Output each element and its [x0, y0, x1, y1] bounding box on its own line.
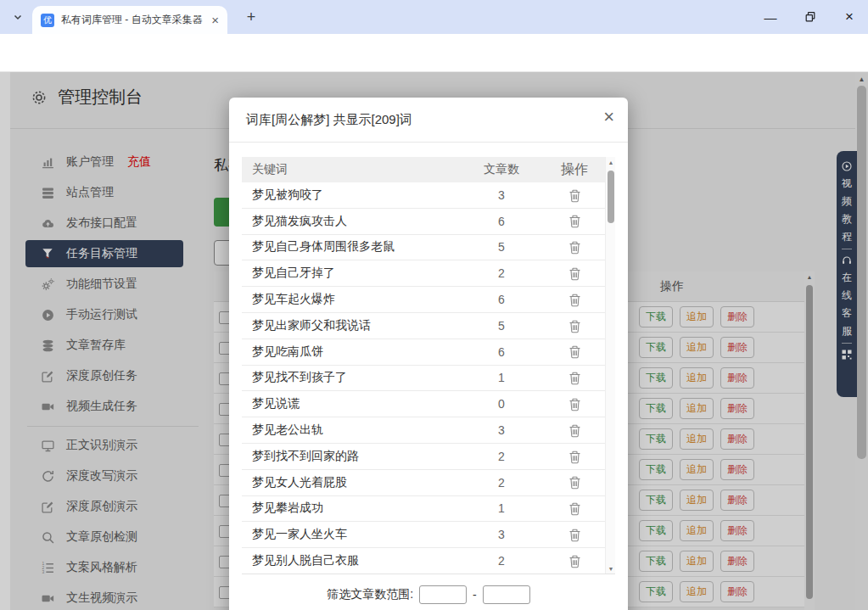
trash-icon[interactable] — [568, 398, 581, 411]
new-tab-button[interactable]: + — [241, 7, 261, 27]
keyword-cell: 梦见女人光着屁股 — [242, 475, 459, 490]
keyword-cell: 梦见吃南瓜饼 — [242, 344, 459, 360]
filter-min-input[interactable] — [419, 585, 467, 604]
keyword-cell: 梦见一家人坐火车 — [242, 527, 459, 542]
column-operation: 操作 — [544, 161, 605, 179]
keyword-cell: 梦见车起火爆炸 — [242, 292, 459, 307]
keyword-row: 梦到找不到回家的路 2 — [242, 444, 605, 470]
trash-icon[interactable] — [568, 451, 581, 464]
trash-icon[interactable] — [568, 345, 581, 359]
trash-icon[interactable] — [568, 320, 581, 333]
trash-icon[interactable] — [568, 241, 581, 255]
window-close-button[interactable]: × — [830, 0, 868, 34]
web-page: 管理控制台 账户管理 充值 站点管理 发布接口配置 任务目标管理 功能细节设置 … — [0, 72, 868, 610]
keyword-cell: 梦到找不到回家的路 — [242, 449, 459, 464]
count-cell: 6 — [459, 345, 544, 359]
table-header-row: 关键词 文章数 操作 — [242, 157, 605, 182]
modal-title: 词库[周公解梦] 共显示[209]词 — [246, 112, 412, 128]
tab-search-chevron-icon[interactable] — [8, 8, 27, 26]
keyword-row: 梦见猫发疯攻击人 6 — [242, 209, 605, 235]
count-cell: 1 — [459, 371, 544, 384]
count-cell: 0 — [459, 397, 544, 411]
count-cell: 2 — [459, 476, 544, 490]
trash-icon[interactable] — [568, 215, 581, 228]
trash-icon[interactable] — [568, 267, 581, 281]
browser-tab-strip: 优 私有词库管理 - 自动文章采集器 × + — × — [0, 0, 868, 34]
count-cell: 3 — [459, 188, 544, 202]
count-cell: 2 — [459, 450, 544, 463]
trash-icon[interactable] — [568, 294, 581, 307]
keyword-cell: 梦见找不到孩子了 — [242, 370, 459, 385]
tab-title: 私有词库管理 - 自动文章采集器 — [61, 13, 204, 27]
filter-max-input[interactable] — [483, 585, 530, 604]
scroll-down-icon[interactable]: ▼ — [606, 566, 615, 572]
keyword-row: 梦见攀岩成功 1 — [242, 496, 605, 523]
keyword-row: 梦见出家师父和我说话 5 — [242, 313, 605, 339]
keyword-cell: 梦见自己牙掉了 — [242, 266, 459, 281]
count-cell: 2 — [459, 266, 544, 280]
column-count: 文章数 — [459, 162, 544, 177]
keyword-table: 关键词 文章数 操作 梦见被狗咬了 3 梦见猫发疯攻击人 6 梦见自己身体周围很… — [242, 157, 615, 574]
dict-words-modal: 词库[周公解梦] 共显示[209]词 × 关键词 文章数 操作 梦见被狗咬了 3… — [229, 98, 628, 610]
count-cell: 5 — [459, 240, 544, 254]
count-cell: 2 — [459, 554, 544, 568]
keyword-row: 梦见女人光着屁股 2 — [242, 470, 605, 496]
browser-toolbar: ← → ucaiyun.com/caiji/private_dict/?doma… — [0, 34, 868, 72]
count-cell: 5 — [459, 319, 544, 333]
scroll-up-icon[interactable]: ▲ — [606, 159, 615, 165]
count-cell: 3 — [459, 423, 544, 437]
keyword-cell: 梦见攀岩成功 — [242, 501, 459, 516]
keyword-row: 梦见自己牙掉了 2 — [242, 260, 605, 287]
site-favicon: 优 — [41, 14, 54, 27]
trash-icon[interactable] — [568, 476, 581, 490]
trash-icon[interactable] — [568, 372, 581, 385]
count-cell: 1 — [459, 501, 544, 515]
trash-icon[interactable] — [568, 502, 581, 516]
keyword-row: 梦见一家人坐火车 3 — [242, 522, 605, 548]
count-cell: 6 — [459, 293, 544, 306]
modal-scrollbar[interactable]: ▲ ▼ — [605, 157, 615, 574]
keyword-row: 梦见车起火爆炸 6 — [242, 287, 605, 313]
keyword-row: 梦见吃南瓜饼 6 — [242, 339, 605, 366]
keyword-cell: 梦见出家师父和我说话 — [242, 318, 459, 333]
window-restore-button[interactable] — [791, 0, 830, 34]
window-minimize-button[interactable]: — — [751, 0, 790, 34]
keyword-cell: 梦见说谎 — [242, 396, 459, 411]
keyword-row: 梦见说谎 0 — [242, 391, 605, 417]
trash-icon[interactable] — [568, 529, 581, 542]
keyword-cell: 梦见老公出轨 — [242, 423, 459, 438]
browser-tab[interactable]: 优 私有词库管理 - 自动文章采集器 × — [32, 6, 227, 34]
keyword-row: 梦见自己身体周围很多老鼠 5 — [242, 235, 605, 261]
filter-row: 筛选文章数范围: - — [229, 585, 628, 604]
keyword-cell: 梦见别人脱自己衣服 — [242, 553, 459, 568]
keyword-row: 梦见别人脱自己衣服 2 — [242, 548, 605, 574]
keyword-cell: 梦见被狗咬了 — [242, 187, 459, 203]
table-body: 梦见被狗咬了 3 梦见猫发疯攻击人 6 梦见自己身体周围很多老鼠 5 梦见自己牙… — [242, 182, 615, 574]
modal-header: 词库[周公解梦] 共显示[209]词 — [229, 98, 628, 143]
keyword-row: 梦见被狗咬了 3 — [242, 182, 605, 209]
modal-scrollbar-thumb[interactable] — [608, 171, 614, 223]
trash-icon[interactable] — [568, 424, 581, 438]
trash-icon[interactable] — [568, 189, 581, 203]
trash-icon[interactable] — [568, 555, 581, 568]
count-cell: 6 — [459, 215, 544, 228]
filter-label: 筛选文章数范围: — [327, 587, 413, 602]
modal-close-icon[interactable]: × — [603, 108, 614, 126]
keyword-row: 梦见找不到孩子了 1 — [242, 366, 605, 392]
tab-close-icon[interactable]: × — [211, 14, 219, 26]
keyword-cell: 梦见自己身体周围很多老鼠 — [242, 239, 459, 255]
range-separator: - — [473, 588, 477, 602]
column-keyword: 关键词 — [242, 162, 459, 177]
keyword-row: 梦见老公出轨 3 — [242, 417, 605, 444]
count-cell: 3 — [459, 528, 544, 541]
keyword-cell: 梦见猫发疯攻击人 — [242, 214, 459, 229]
